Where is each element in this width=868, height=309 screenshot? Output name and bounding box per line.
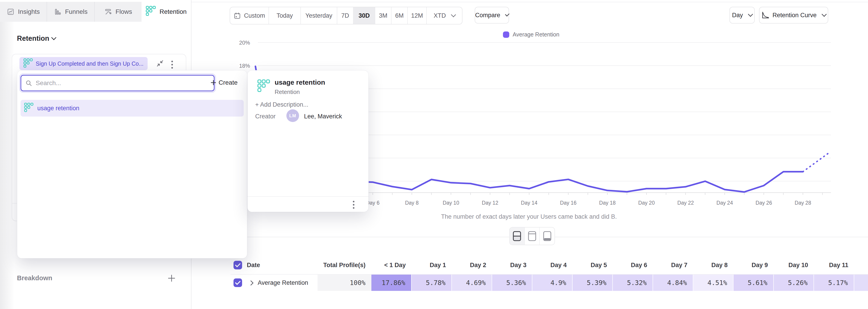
chart-type-label: Retention Curve [772,12,816,19]
layout-toggle-group [509,227,555,245]
column-header-day-11[interactable]: Day 11 [814,259,854,271]
tab-insights-label: Insights [18,8,40,16]
legend-label: Average Retention [513,31,559,38]
column-header-day-6[interactable]: Day 6 [613,259,653,271]
range-3m[interactable]: 3M [375,7,392,24]
column-header-day-7[interactable]: Day 7 [653,259,693,271]
creator-name: Lee, Maverick [304,113,342,120]
retention-value-cell-7: 4.84% [653,275,693,291]
range-6m[interactable]: 6M [392,7,408,24]
check-icon [235,279,241,285]
column-header-day-1[interactable]: Day 1 [412,259,452,271]
range-3m-label: 3M [379,12,388,19]
range-xtd[interactable]: XTD [427,7,462,24]
retention-value-cell-4: 4.9% [532,275,572,291]
tab-funnels[interactable]: Funnels [47,2,95,22]
svg-text:Day 16: Day 16 [560,200,577,206]
tab-funnels-label: Funnels [65,8,88,16]
popover-menu-button[interactable] [353,201,354,209]
report-tabs: Insights Funnels Flows [0,2,142,22]
search-box[interactable] [21,75,215,91]
range-30d[interactable]: 30D [353,7,375,24]
column-header-day-4[interactable]: Day 4 [532,259,572,271]
add-description-button[interactable]: + Add Description... [255,101,308,108]
popover-title: usage retention [275,79,325,86]
svg-text:Day 22: Day 22 [677,200,694,206]
insights-icon [7,8,14,16]
svg-text:Day 24: Day 24 [717,200,733,206]
calendar-icon [234,12,241,20]
column-header-day-9[interactable]: Day 9 [734,259,774,271]
search-result-label: usage retention [37,105,79,112]
range-7d[interactable]: 7D [337,7,353,24]
layout-split-horizontal-button[interactable] [510,227,524,245]
flows-icon [104,8,112,16]
search-input[interactable] [35,79,210,87]
tab-insights[interactable]: Insights [0,2,47,22]
creator-label: Creator [255,113,276,120]
funnels-icon [54,8,61,16]
range-custom[interactable]: Custom [230,7,269,24]
svg-text:18%: 18% [239,63,250,69]
column-header-day-3[interactable]: Day 3 [492,259,532,271]
row-checkbox[interactable] [234,278,242,287]
column-header-day-8[interactable]: Day 8 [693,259,734,271]
svg-text:Day 12: Day 12 [482,200,498,206]
tab-retention-label: Retention [160,8,187,16]
chart-type-button[interactable]: Retention Curve [759,7,828,24]
column-header-day-10[interactable]: Day 10 [774,259,814,271]
tab-flows-label: Flows [116,8,132,16]
column-header-total[interactable]: Total Profile(s) [318,259,371,271]
svg-text:20%: 20% [239,39,250,46]
compare-button[interactable]: Compare [475,7,509,24]
retention-section-header[interactable]: Retention [17,34,56,43]
query-menu-button[interactable] [171,61,173,68]
chevron-down-icon [51,35,57,40]
retention-value-cell-partial [854,275,868,291]
legend-color-chip [503,31,509,38]
compare-label: Compare [475,12,500,19]
check-icon [235,262,241,268]
range-yesterday-label: Yesterday [305,12,332,19]
range-yesterday[interactable]: Yesterday [301,7,337,24]
retention-section-label: Retention [17,34,49,43]
retention-value-cell-5: 5.39% [572,275,612,291]
tab-retention[interactable]: Retention [142,2,191,22]
column-header-day-0[interactable]: < 1 Day [371,259,412,271]
query-event-pill[interactable]: Sign Up Completed and then Sign Up Co... [20,57,148,70]
split-horizontal-icon [513,231,522,242]
range-today[interactable]: Today [269,7,301,24]
legend-average-retention[interactable]: Average Retention [503,31,559,38]
popover-subtitle: Retention [275,88,300,95]
add-breakdown-button[interactable] [168,275,175,282]
create-button[interactable]: Create [211,79,238,86]
retention-icon [24,103,33,114]
range-custom-label: Custom [244,12,265,19]
svg-text:Day 14: Day 14 [521,200,537,206]
row-expander-chevron[interactable] [248,280,254,286]
popover-divider [248,196,368,197]
breakdown-section-label: Breakdown [17,274,52,282]
svg-text:Day 26: Day 26 [756,200,772,206]
column-header-date[interactable]: Date [247,259,315,271]
select-all-checkbox[interactable] [234,261,242,270]
tab-flows[interactable]: Flows [95,2,142,22]
table-row-name: Average Retention [258,275,308,291]
layout-split-top-button[interactable] [524,227,539,245]
layout-split-bottom-button[interactable] [539,227,555,245]
avatar: LM [286,109,299,122]
chart-caption: The number of exact days later your User… [303,213,755,220]
retention-value-cell-8: 4.51% [693,275,733,291]
collapse-button[interactable] [156,59,164,68]
svg-text:Day 20: Day 20 [638,200,655,206]
column-header-day-5[interactable]: Day 5 [572,259,613,271]
range-12m[interactable]: 12M [408,7,427,24]
search-result-usage-retention[interactable]: usage retention [21,100,244,117]
split-top-icon [528,231,537,242]
granularity-button[interactable]: Day [730,7,755,24]
retention-value-cell-3: 5.36% [492,275,532,291]
svg-text:Day 8: Day 8 [405,200,418,206]
range-7d-label: 7D [341,12,349,19]
chevron-down-icon [505,12,509,17]
column-header-day-2[interactable]: Day 2 [452,259,492,271]
